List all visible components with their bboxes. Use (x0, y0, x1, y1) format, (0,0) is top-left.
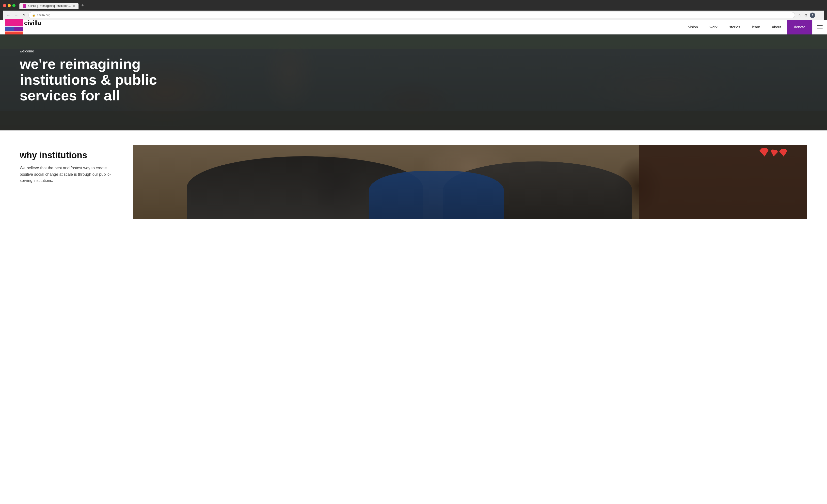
image-center-figure (369, 171, 504, 219)
refresh-button[interactable]: ↻ (21, 12, 26, 18)
bookmark-icon[interactable]: ☆ (797, 13, 802, 18)
nav-stories[interactable]: stories (723, 20, 746, 35)
donate-label: donate (794, 25, 805, 29)
why-institutions-section: why institutions We believe that the bes… (0, 131, 827, 234)
close-button[interactable] (3, 4, 6, 7)
section-heading: why institutions (20, 150, 113, 160)
logo-text[interactable]: civilla (24, 18, 41, 26)
tab-favicon-icon (23, 4, 26, 8)
menu-button[interactable] (812, 20, 827, 35)
hero-title: we're reimagining institutions & public … (20, 56, 157, 103)
hero-title-line2: institutions & public (20, 71, 157, 88)
heart-decoration-1 (759, 148, 769, 157)
image-decorations (760, 148, 788, 156)
toolbar-icons: ☆ ⚙ A ⋮ (797, 12, 822, 18)
window-controls (3, 4, 15, 7)
new-tab-button[interactable]: + (79, 2, 87, 9)
lock-icon: 🔒 (32, 13, 36, 17)
menu-line-1 (817, 25, 823, 26)
active-tab[interactable]: Civilla | Reimagining institution... ✕ (19, 3, 79, 9)
logo-area: civilla (0, 20, 46, 34)
nav-work[interactable]: work (704, 20, 723, 35)
hero-title-line3: services for all (20, 87, 119, 103)
maximize-button[interactable] (12, 4, 15, 7)
heart-decoration-2 (770, 149, 778, 157)
nav-about[interactable]: about (766, 20, 787, 35)
hamburger-icon (817, 25, 823, 29)
profile-icon[interactable]: A (810, 12, 815, 18)
nav-links: vision work stories learn about donate (683, 20, 827, 34)
hero-content: welcome we're reimagining institutions &… (0, 35, 827, 118)
menu-line-2 (817, 27, 823, 27)
url-text: civilla.org (37, 13, 50, 17)
browser-toolbar: ← → ↻ 🔒 civilla.org ☆ ⚙ A ⋮ (3, 11, 824, 20)
hero-title-line1: we're reimagining (20, 56, 141, 72)
logo-square-pink (5, 19, 22, 26)
section-image (133, 145, 807, 219)
section-text-block: why institutions We believe that the bes… (20, 145, 113, 184)
menu-dots-icon[interactable]: ⋮ (817, 13, 822, 18)
address-bar[interactable]: 🔒 civilla.org (28, 12, 795, 18)
heart-decoration-3 (779, 149, 788, 157)
hero-welcome-label: welcome (20, 49, 807, 53)
tab-close-button[interactable]: ✕ (73, 4, 75, 8)
back-button[interactable]: ← (5, 12, 11, 18)
forward-button[interactable]: → (13, 12, 19, 18)
nav-learn[interactable]: learn (746, 20, 766, 35)
tab-title: Civilla | Reimagining institution... (28, 4, 71, 8)
minimize-button[interactable] (8, 4, 11, 7)
nav-vision[interactable]: vision (683, 20, 704, 35)
browser-top-bar: Civilla | Reimagining institution... ✕ + (3, 2, 824, 9)
logo-square-blue (5, 27, 14, 31)
website: civilla vision work stories learn about … (0, 20, 827, 234)
section-image-block (133, 145, 807, 219)
extensions-icon[interactable]: ⚙ (804, 13, 808, 18)
menu-line-3 (817, 29, 823, 29)
donate-button[interactable]: donate (787, 20, 812, 35)
tab-bar: Civilla | Reimagining institution... ✕ + (19, 2, 86, 9)
site-nav: civilla vision work stories learn about … (0, 20, 827, 35)
hero-section: welcome we're reimagining institutions &… (0, 35, 827, 131)
browser-chrome: Civilla | Reimagining institution... ✕ +… (0, 0, 827, 20)
section-body-text: We believe that the best and fastest way… (20, 165, 113, 184)
logo-square-purple (14, 27, 22, 31)
